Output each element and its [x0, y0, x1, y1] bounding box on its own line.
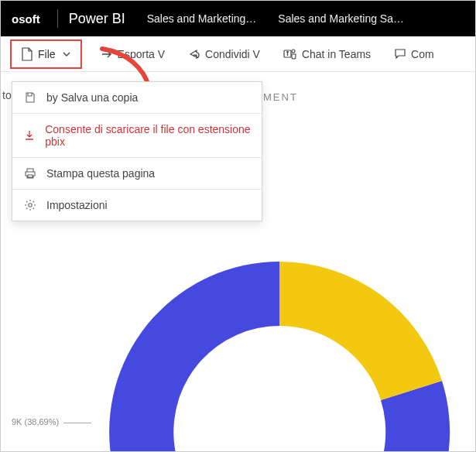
breadcrumb-report[interactable]: Sales and Marketing Sa…: [278, 12, 404, 25]
menu-save-copy[interactable]: by Salva una copia: [12, 82, 262, 113]
menu-download-pbix[interactable]: Consente di scaricare il file con estens…: [12, 114, 262, 157]
teams-icon: [283, 48, 297, 60]
share-button[interactable]: Condividi V: [183, 45, 265, 63]
comment-button[interactable]: Com: [389, 45, 439, 63]
menu-print-label: Stampa questa pagina: [46, 167, 155, 180]
svg-point-1: [292, 50, 295, 53]
menu-settings[interactable]: Impostazioni: [12, 190, 262, 221]
export-icon: [101, 48, 113, 60]
print-icon: [23, 167, 37, 180]
top-header: osoft Power BI Sales and Marketing… Sale…: [1, 1, 475, 36]
menu-download-label: Consente di scaricare il file con estens…: [45, 123, 251, 148]
menu-save-copy-label: by Salva una copia: [46, 91, 138, 104]
menu-print-page[interactable]: Stampa questa pagina: [12, 158, 262, 189]
toolbar: File Esporta V Condividi V Chat in Teams…: [1, 36, 475, 72]
share-icon: [188, 48, 200, 60]
file-dropdown: by Salva una copia Consente di scaricare…: [12, 81, 262, 221]
header-divider: [57, 9, 58, 28]
save-copy-icon: [23, 91, 37, 104]
export-label: Esporta V: [118, 48, 165, 60]
file-icon: [21, 47, 33, 61]
donut-chart[interactable]: [94, 246, 465, 452]
comment-label: Com: [411, 48, 434, 60]
breadcrumb-workspace[interactable]: Sales and Marketing…: [147, 12, 257, 25]
brand-powerbi[interactable]: Power BI: [69, 11, 125, 27]
export-button[interactable]: Esporta V: [96, 45, 170, 63]
brand-left: osoft: [12, 12, 40, 26]
donut-data-label: 9K (38,69%): [12, 417, 91, 426]
share-label: Condividi V: [205, 48, 260, 60]
comment-icon: [394, 48, 406, 60]
file-menu-button[interactable]: File: [10, 39, 82, 69]
file-menu-label: File: [38, 48, 56, 60]
svg-point-2: [29, 204, 32, 207]
chat-teams-label: Chat in Teams: [302, 48, 371, 60]
download-icon: [23, 129, 36, 142]
donut-label-text: 9K (38,69%): [12, 417, 59, 426]
chat-teams-button[interactable]: Chat in Teams: [279, 45, 375, 63]
chevron-down-icon: [62, 50, 71, 59]
menu-settings-label: Impostazioni: [46, 199, 108, 211]
gear-icon: [23, 199, 37, 211]
